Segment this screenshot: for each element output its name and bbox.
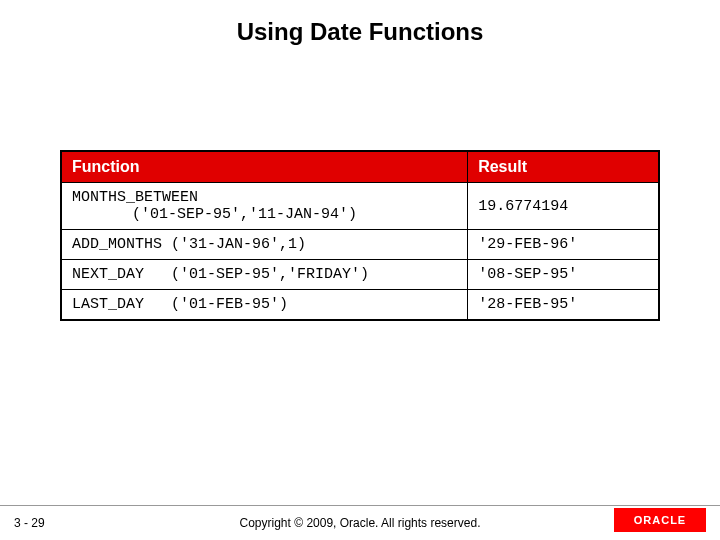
date-functions-table: Function Result MONTHS_BETWEEN ('01-SEP-… [60, 150, 660, 321]
header-result: Result [468, 151, 659, 183]
function-args: ('01-SEP-95','11-JAN-94') [132, 206, 357, 223]
function-cell: LAST_DAY ('01-FEB-95') [61, 290, 468, 321]
table: Function Result MONTHS_BETWEEN ('01-SEP-… [60, 150, 660, 321]
table-header-row: Function Result [61, 151, 659, 183]
function-cell: ADD_MONTHS ('31-JAN-96',1) [61, 230, 468, 260]
result-cell: '29-FEB-96' [468, 230, 659, 260]
footer: 3 - 29 Copyright © 2009, Oracle. All rig… [0, 500, 720, 540]
page-title: Using Date Functions [0, 0, 720, 46]
result-cell: '28-FEB-95' [468, 290, 659, 321]
table-row: ADD_MONTHS ('31-JAN-96',1) '29-FEB-96' [61, 230, 659, 260]
table-row: LAST_DAY ('01-FEB-95') '28-FEB-95' [61, 290, 659, 321]
function-name: MONTHS_BETWEEN [72, 189, 198, 206]
function-args: ('01-FEB-95') [171, 296, 288, 313]
table-row: NEXT_DAY ('01-SEP-95','FRIDAY') '08-SEP-… [61, 260, 659, 290]
slide: Using Date Functions Function Result MON… [0, 0, 720, 540]
result-cell: '08-SEP-95' [468, 260, 659, 290]
function-cell: MONTHS_BETWEEN ('01-SEP-95','11-JAN-94') [61, 183, 468, 230]
result-cell: 19.6774194 [468, 183, 659, 230]
oracle-logo-text: ORACLE [634, 514, 686, 526]
function-name: LAST_DAY [72, 296, 144, 313]
function-args: ('31-JAN-96',1) [171, 236, 306, 253]
header-function: Function [61, 151, 468, 183]
copyright-text: Copyright © 2009, Oracle. All rights res… [0, 516, 720, 530]
oracle-logo: ORACLE [614, 508, 706, 532]
footer-divider [0, 505, 720, 506]
function-name: ADD_MONTHS [72, 236, 162, 253]
function-args: ('01-SEP-95','FRIDAY') [171, 266, 369, 283]
function-cell: NEXT_DAY ('01-SEP-95','FRIDAY') [61, 260, 468, 290]
function-name: NEXT_DAY [72, 266, 144, 283]
table-row: MONTHS_BETWEEN ('01-SEP-95','11-JAN-94')… [61, 183, 659, 230]
